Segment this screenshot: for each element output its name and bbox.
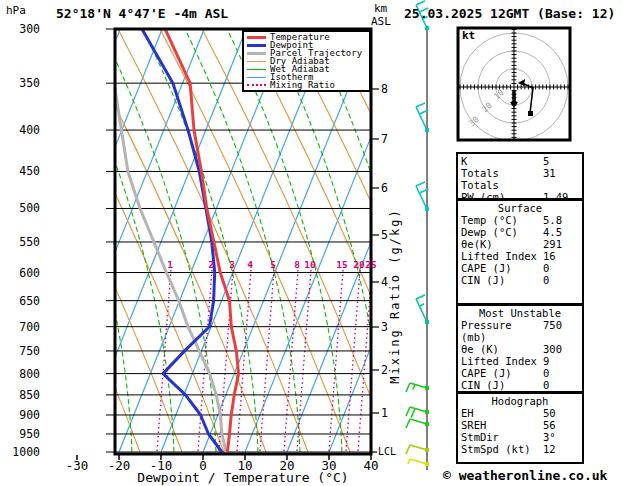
hodograph-unit-label: kt bbox=[462, 29, 475, 42]
legend-swatch bbox=[247, 84, 266, 86]
pressure-tick-label: 1000 bbox=[12, 445, 40, 459]
indices-row: CAPE (J)0 bbox=[461, 367, 579, 379]
indices-row-label: θe (K) bbox=[461, 343, 543, 355]
indices-row: Totals Totals31 bbox=[461, 167, 579, 191]
indices-row: Lifted Index16 bbox=[461, 250, 579, 262]
indices-row-value: 0 bbox=[543, 367, 579, 379]
wind-barb bbox=[406, 445, 429, 454]
pressure-tick-label: 900 bbox=[19, 408, 40, 422]
dry-adiabat-line bbox=[160, 29, 350, 452]
legend-swatch bbox=[247, 77, 266, 78]
indices-row-value: 5 bbox=[543, 155, 579, 167]
indices-row-label: CAPE (J) bbox=[461, 367, 543, 379]
mixing-ratio-line bbox=[284, 270, 298, 451]
indices-row-value: 300 bbox=[543, 343, 579, 355]
indices-row: K5 bbox=[461, 155, 579, 167]
indices-row-value: 0 bbox=[543, 262, 579, 274]
indices-row-label: Temp (°C) bbox=[461, 214, 543, 226]
legend-item: Mixing Ratio bbox=[247, 81, 369, 89]
legend-swatch bbox=[247, 52, 266, 55]
dry-adiabat-line bbox=[34, 29, 224, 452]
hodograph-trajectory-start-dot bbox=[528, 111, 533, 116]
pressure-tick-label: 550 bbox=[19, 235, 40, 249]
altitude-tick-label: 8 bbox=[381, 82, 388, 96]
indices-row: Dewp (°C)4.5 bbox=[461, 226, 579, 238]
altitude-tick-label: 7 bbox=[381, 132, 388, 146]
indices-section-header: Hodograph bbox=[461, 395, 579, 407]
wind-barb bbox=[406, 407, 429, 418]
mixing-ratio-axis-label: Mixing Ratio (g/kg) bbox=[388, 208, 402, 383]
pressure-tick-label: 650 bbox=[19, 294, 40, 308]
mixing-ratio-line bbox=[157, 270, 171, 451]
indices-row: StmSpd (kt)12 bbox=[461, 443, 579, 455]
indices-row: CAPE (J)0 bbox=[461, 262, 579, 274]
wet-adiabat-line bbox=[185, 29, 300, 452]
altitude-unit-km: km bbox=[374, 2, 387, 15]
indices-row-label: Dewp (°C) bbox=[461, 226, 543, 238]
indices-row: CIN (J)0 bbox=[461, 274, 579, 286]
hodograph: 102030 bbox=[456, 28, 571, 145]
pressure-tick-label: 400 bbox=[19, 123, 40, 137]
indices-row-value: 0 bbox=[543, 274, 579, 286]
indices-row-value: 0 bbox=[543, 379, 579, 391]
wind-barb bbox=[406, 419, 429, 428]
pressure-tick-label: 950 bbox=[19, 427, 40, 441]
indices-row-label: Pressure (mb) bbox=[461, 319, 543, 343]
pressure-unit-label: hPa bbox=[6, 4, 26, 17]
pressure-tick-label: 300 bbox=[19, 22, 40, 36]
indices-section-header: Surface bbox=[461, 202, 579, 214]
indices-row-label: CAPE (J) bbox=[461, 262, 543, 274]
legend-swatch bbox=[247, 36, 266, 39]
mixing-ratio-value-label: 4 bbox=[247, 259, 253, 270]
indices-row-label: StmDir bbox=[461, 431, 543, 443]
indices-row-value: 16 bbox=[543, 250, 579, 262]
indices-row-label: CIN (J) bbox=[461, 274, 543, 286]
indices-row-value: 56 bbox=[543, 419, 579, 431]
wind-barb bbox=[406, 383, 429, 392]
dry-adiabat-line bbox=[76, 29, 266, 452]
isotherm-line bbox=[0, 29, 120, 452]
wet-adiabat-line bbox=[101, 29, 216, 452]
indices-row: Temp (°C)5.8 bbox=[461, 214, 579, 226]
altitude-tick-label: 6 bbox=[381, 181, 388, 195]
legend-swatch bbox=[247, 61, 266, 62]
mixing-ratio-line bbox=[297, 270, 311, 451]
wet-adiabat-line bbox=[143, 29, 258, 452]
dry-adiabat-line bbox=[622, 29, 629, 452]
indices-row-value: 3° bbox=[543, 431, 579, 443]
indices-row: EH50 bbox=[461, 407, 579, 419]
altitude-tick-label: 1 bbox=[381, 406, 388, 420]
indices-row-value: 12 bbox=[543, 443, 579, 455]
indices-row-value: 31 bbox=[543, 167, 579, 191]
skewt-screenshot: 3003504004505005506006507007508008509009… bbox=[0, 0, 629, 486]
wet-adiabat-line bbox=[605, 29, 629, 452]
legend-swatch bbox=[247, 44, 266, 47]
altitude-unit-asl: ASL bbox=[371, 15, 391, 28]
indices-row-label: SREH bbox=[461, 419, 543, 431]
indices-row-label: CIN (J) bbox=[461, 379, 543, 391]
wet-adiabat-line bbox=[227, 29, 342, 452]
indices-row: θe (K)300 bbox=[461, 343, 579, 355]
indices-row-label: EH bbox=[461, 407, 543, 419]
pressure-tick-label: 700 bbox=[19, 320, 40, 334]
indices-row-label: K bbox=[461, 155, 543, 167]
mixing-ratio-value-label: 10 bbox=[304, 259, 316, 270]
indices-row-value: 50 bbox=[543, 407, 579, 419]
indices-row: θe(K)291 bbox=[461, 238, 579, 250]
pressure-tick-label: 350 bbox=[19, 76, 40, 90]
indices-section-header: Most Unstable bbox=[461, 307, 579, 319]
indices-row-label: Totals Totals bbox=[461, 167, 543, 191]
pressure-tick-label: 750 bbox=[19, 344, 40, 358]
temperature-tick-label: -30 bbox=[66, 458, 89, 473]
pressure-tick-label: 850 bbox=[19, 388, 40, 402]
pressure-tick-label: 800 bbox=[19, 367, 40, 381]
station-title: 52°18'N 4°47'E -4m ASL bbox=[56, 6, 228, 21]
indices-row-value: 750 bbox=[543, 319, 579, 343]
indices-row-value: 9 bbox=[543, 355, 579, 367]
hodograph-ring-label: 10 bbox=[492, 87, 506, 101]
indices-section: SurfaceTemp (°C)5.8Dewp (°C)4.5θe(K)291L… bbox=[456, 199, 584, 305]
legend-label: Mixing Ratio bbox=[270, 81, 335, 89]
indices-row-value: 4.5 bbox=[543, 226, 579, 238]
pressure-tick-label: 450 bbox=[19, 164, 40, 178]
mixing-ratio-value-label: 1 bbox=[167, 259, 173, 270]
